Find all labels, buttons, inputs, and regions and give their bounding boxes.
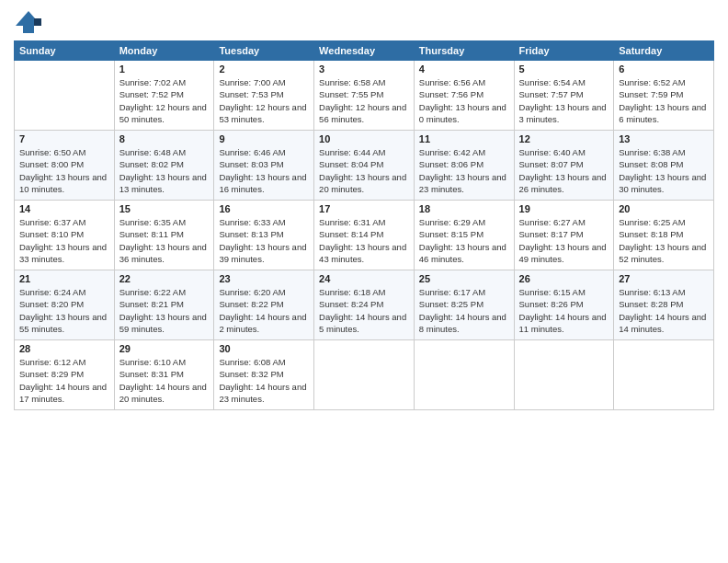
calendar-cell (314, 340, 415, 410)
day-number: 23 (219, 273, 309, 284)
calendar-cell: 17Sunrise: 6:31 AMSunset: 8:14 PMDayligh… (314, 201, 415, 270)
day-header-monday: Monday (114, 41, 214, 61)
calendar-cell: 20Sunrise: 6:25 AMSunset: 8:18 PMDayligh… (614, 201, 714, 270)
day-info: Sunrise: 6:56 AMSunset: 7:56 PMDaylight:… (419, 76, 509, 125)
day-number: 27 (619, 273, 709, 284)
svg-marker-2 (34, 18, 41, 26)
calendar-cell: 8Sunrise: 6:48 AMSunset: 8:02 PMDaylight… (114, 131, 214, 201)
day-info: Sunrise: 6:12 AMSunset: 8:29 PMDaylight:… (19, 356, 109, 405)
calendar-cell: 15Sunrise: 6:35 AMSunset: 8:11 PMDayligh… (114, 201, 214, 270)
calendar-cell: 25Sunrise: 6:17 AMSunset: 8:25 PMDayligh… (414, 270, 514, 340)
day-header-thursday: Thursday (414, 41, 514, 61)
day-info: Sunrise: 6:42 AMSunset: 8:06 PMDaylight:… (419, 146, 509, 195)
day-info: Sunrise: 6:18 AMSunset: 8:24 PMDaylight:… (319, 286, 409, 335)
calendar-cell: 23Sunrise: 6:20 AMSunset: 8:22 PMDayligh… (214, 270, 314, 340)
calendar-cell: 29Sunrise: 6:10 AMSunset: 8:31 PMDayligh… (114, 340, 214, 410)
day-number: 16 (219, 203, 309, 214)
calendar-cell: 22Sunrise: 6:22 AMSunset: 8:21 PMDayligh… (114, 270, 214, 340)
day-header-tuesday: Tuesday (214, 41, 314, 61)
day-info: Sunrise: 6:50 AMSunset: 8:00 PMDaylight:… (19, 146, 109, 195)
calendar-cell: 30Sunrise: 6:08 AMSunset: 8:32 PMDayligh… (214, 340, 314, 410)
day-number: 30 (219, 343, 309, 354)
calendar-cell: 2Sunrise: 7:00 AMSunset: 7:53 PMDaylight… (214, 61, 314, 131)
day-number: 28 (19, 343, 109, 354)
day-number: 8 (119, 133, 210, 144)
calendar-cell: 9Sunrise: 6:46 AMSunset: 8:03 PMDaylight… (214, 131, 314, 201)
day-info: Sunrise: 6:17 AMSunset: 8:25 PMDaylight:… (419, 286, 509, 335)
calendar-cell: 18Sunrise: 6:29 AMSunset: 8:15 PMDayligh… (414, 201, 514, 270)
calendar-cell: 10Sunrise: 6:44 AMSunset: 8:04 PMDayligh… (314, 131, 415, 201)
day-number: 18 (419, 203, 509, 214)
day-number: 20 (619, 203, 709, 214)
day-info: Sunrise: 6:35 AMSunset: 8:11 PMDaylight:… (119, 216, 210, 265)
calendar-cell: 24Sunrise: 6:18 AMSunset: 8:24 PMDayligh… (314, 270, 415, 340)
day-number: 10 (319, 133, 409, 144)
calendar-cell: 27Sunrise: 6:13 AMSunset: 8:28 PMDayligh… (614, 270, 714, 340)
calendar-cell: 7Sunrise: 6:50 AMSunset: 8:00 PMDaylight… (15, 131, 115, 201)
day-number: 1 (119, 63, 210, 75)
calendar-cell: 21Sunrise: 6:24 AMSunset: 8:20 PMDayligh… (15, 270, 115, 340)
day-number: 7 (19, 133, 109, 144)
day-number: 19 (519, 203, 609, 214)
logo-icon (14, 9, 43, 35)
header (14, 9, 714, 35)
day-number: 11 (419, 133, 509, 144)
logo (14, 9, 47, 35)
day-header-wednesday: Wednesday (314, 41, 415, 61)
day-number: 5 (519, 63, 609, 75)
calendar-cell: 11Sunrise: 6:42 AMSunset: 8:06 PMDayligh… (414, 131, 514, 201)
calendar-cell: 1Sunrise: 7:02 AMSunset: 7:52 PMDaylight… (114, 61, 214, 131)
day-info: Sunrise: 6:40 AMSunset: 8:07 PMDaylight:… (519, 146, 609, 195)
calendar-cell: 3Sunrise: 6:58 AMSunset: 7:55 PMDaylight… (314, 61, 415, 131)
day-header-sunday: Sunday (15, 41, 115, 61)
day-info: Sunrise: 6:37 AMSunset: 8:10 PMDaylight:… (19, 216, 109, 265)
day-info: Sunrise: 7:02 AMSunset: 7:52 PMDaylight:… (119, 76, 210, 125)
calendar-week-row: 7Sunrise: 6:50 AMSunset: 8:00 PMDaylight… (15, 131, 714, 201)
day-number: 26 (519, 273, 609, 284)
day-number: 13 (619, 133, 709, 144)
day-info: Sunrise: 6:13 AMSunset: 8:28 PMDaylight:… (619, 286, 709, 335)
day-number: 2 (219, 63, 309, 75)
calendar-cell (414, 340, 514, 410)
calendar-week-row: 14Sunrise: 6:37 AMSunset: 8:10 PMDayligh… (15, 201, 714, 270)
calendar-cell: 5Sunrise: 6:54 AMSunset: 7:57 PMDaylight… (514, 61, 614, 131)
day-info: Sunrise: 7:00 AMSunset: 7:53 PMDaylight:… (219, 76, 309, 125)
calendar-cell: 12Sunrise: 6:40 AMSunset: 8:07 PMDayligh… (514, 131, 614, 201)
calendar-cell (15, 61, 115, 131)
day-info: Sunrise: 6:52 AMSunset: 7:59 PMDaylight:… (619, 76, 709, 125)
day-number: 29 (119, 343, 210, 354)
calendar-week-row: 1Sunrise: 7:02 AMSunset: 7:52 PMDaylight… (15, 61, 714, 131)
day-info: Sunrise: 6:33 AMSunset: 8:13 PMDaylight:… (219, 216, 309, 265)
calendar-cell: 6Sunrise: 6:52 AMSunset: 7:59 PMDaylight… (614, 61, 714, 131)
calendar-cell: 28Sunrise: 6:12 AMSunset: 8:29 PMDayligh… (15, 340, 115, 410)
day-info: Sunrise: 6:31 AMSunset: 8:14 PMDaylight:… (319, 216, 409, 265)
day-number: 24 (319, 273, 409, 284)
day-info: Sunrise: 6:27 AMSunset: 8:17 PMDaylight:… (519, 216, 609, 265)
calendar-cell: 14Sunrise: 6:37 AMSunset: 8:10 PMDayligh… (15, 201, 115, 270)
day-info: Sunrise: 6:44 AMSunset: 8:04 PMDaylight:… (319, 146, 409, 195)
day-info: Sunrise: 6:24 AMSunset: 8:20 PMDaylight:… (19, 286, 109, 335)
calendar-cell: 4Sunrise: 6:56 AMSunset: 7:56 PMDaylight… (414, 61, 514, 131)
day-info: Sunrise: 6:10 AMSunset: 8:31 PMDaylight:… (119, 356, 210, 405)
calendar: SundayMondayTuesdayWednesdayThursdayFrid… (14, 40, 714, 410)
calendar-cell: 26Sunrise: 6:15 AMSunset: 8:26 PMDayligh… (514, 270, 614, 340)
day-number: 4 (419, 63, 509, 75)
day-header-friday: Friday (514, 41, 614, 61)
day-info: Sunrise: 6:48 AMSunset: 8:02 PMDaylight:… (119, 146, 210, 195)
day-info: Sunrise: 6:20 AMSunset: 8:22 PMDaylight:… (219, 286, 309, 335)
day-number: 21 (19, 273, 109, 284)
day-number: 12 (519, 133, 609, 144)
calendar-cell (514, 340, 614, 410)
calendar-cell: 16Sunrise: 6:33 AMSunset: 8:13 PMDayligh… (214, 201, 314, 270)
day-number: 6 (619, 63, 709, 75)
day-info: Sunrise: 6:08 AMSunset: 8:32 PMDaylight:… (219, 356, 309, 405)
day-number: 15 (119, 203, 210, 214)
day-info: Sunrise: 6:54 AMSunset: 7:57 PMDaylight:… (519, 76, 609, 125)
day-header-saturday: Saturday (614, 41, 714, 61)
calendar-cell (614, 340, 714, 410)
day-info: Sunrise: 6:25 AMSunset: 8:18 PMDaylight:… (619, 216, 709, 265)
day-number: 14 (19, 203, 109, 214)
day-number: 17 (319, 203, 409, 214)
day-number: 3 (319, 63, 409, 75)
day-info: Sunrise: 6:29 AMSunset: 8:15 PMDaylight:… (419, 216, 509, 265)
